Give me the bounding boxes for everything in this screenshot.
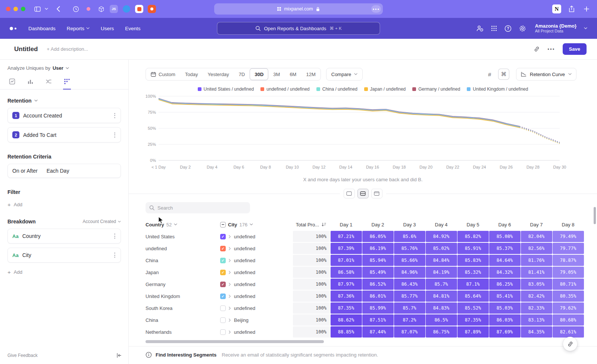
give-feedback-link[interactable]: Give Feedback [7, 353, 38, 358]
legend-item[interactable]: China / undefined [316, 87, 357, 92]
breakdown-context-dropdown[interactable]: Account Created [83, 219, 121, 224]
step-event-name[interactable]: Added To Cart [23, 132, 56, 138]
extension-clock-icon[interactable] [72, 5, 80, 13]
retention-cell[interactable]: 85.03% [489, 302, 521, 314]
row-checkbox[interactable]: ✓ [220, 282, 226, 287]
retention-cell[interactable]: 85.02% [426, 243, 457, 254]
column-header-day[interactable]: Day 7 [521, 222, 552, 228]
new-tab-icon[interactable] [582, 4, 591, 13]
retention-cell[interactable]: 85.7% [394, 302, 425, 314]
retention-cell[interactable]: 85.76% [394, 243, 425, 254]
segments-title[interactable]: Find Interesting Segments [156, 352, 216, 358]
retention-cell[interactable]: 85.91% [457, 243, 489, 254]
expand-row-icon[interactable] [229, 283, 231, 286]
project-switcher[interactable]: Amazonia {Demo} All Project Data [535, 23, 576, 34]
browser-sidebar-icon[interactable] [33, 4, 42, 13]
tab-insights[interactable] [8, 77, 16, 89]
retention-cell[interactable]: 85.52% [457, 302, 489, 314]
retention-cell[interactable]: 85.41% [489, 291, 521, 302]
view-split-button[interactable] [357, 189, 369, 198]
range-3m[interactable]: 3M [268, 68, 285, 80]
breakdown-options-icon[interactable] [113, 252, 116, 258]
step-card-1[interactable]: 1 Account Created [7, 108, 121, 123]
nav-reports[interactable]: Reports [67, 26, 90, 31]
range-today[interactable]: Today [180, 68, 203, 80]
breakdown-property-name[interactable]: Country [22, 233, 41, 239]
retention-cell[interactable]: 82.61% [553, 326, 584, 338]
retention-cell[interactable]: 87.35% [457, 314, 489, 326]
retention-cell[interactable]: 87.1% [457, 279, 489, 290]
row-checkbox[interactable]: ✓ [220, 258, 226, 263]
scrollbar-thumb[interactable] [146, 340, 324, 343]
legend-item[interactable]: undefined / undefined [260, 87, 309, 92]
retention-cell[interactable]: 87.97% [331, 279, 362, 290]
retention-cell[interactable]: 86.03% [489, 314, 521, 326]
retention-cell[interactable]: 84.83% [426, 302, 457, 314]
analyze-entity[interactable]: User [53, 65, 63, 71]
retention-cell[interactable]: 85.37% [489, 243, 521, 254]
step-options-icon[interactable] [113, 112, 116, 119]
criteria-each-day[interactable]: Each Day [47, 168, 69, 174]
expand-row-icon[interactable] [229, 259, 231, 262]
retention-cell[interactable]: 82.04% [521, 231, 552, 242]
address-bar[interactable]: mixpanel.com ●●● [214, 3, 383, 15]
mixpanel-logo[interactable] [10, 27, 16, 30]
horizontal-scrollbar[interactable] [146, 340, 578, 343]
breakdown-card-country[interactable]: Aa Country [7, 229, 121, 244]
page-actions-icon[interactable]: ●●● [371, 5, 381, 13]
breakdown-options-icon[interactable] [113, 233, 116, 239]
retention-cell[interactable]: 82.56% [521, 243, 552, 254]
column-header-day[interactable]: Day 3 [394, 222, 425, 228]
retention-cell[interactable]: 85.83% [457, 255, 489, 266]
retention-cell[interactable]: 84.35% [521, 326, 552, 338]
zoom-window-button[interactable] [21, 7, 25, 11]
retention-cell[interactable]: 79.05% [553, 267, 584, 278]
retention-cell[interactable]: 84.84% [426, 255, 457, 266]
breakdown-card-city[interactable]: Aa City [7, 248, 121, 263]
column-header-total[interactable]: Total Pro... [293, 222, 330, 228]
criteria-on-or-after[interactable]: On or After [12, 168, 38, 174]
retention-cell[interactable]: 83.05% [521, 279, 552, 290]
row-checkbox[interactable] [220, 305, 226, 311]
row-checkbox[interactable]: ✓ [220, 246, 226, 251]
row-checkbox[interactable] [220, 329, 226, 335]
retention-cell[interactable]: 85.64% [457, 291, 489, 302]
retention-cell[interactable]: 79.49% [553, 231, 584, 242]
range-6m[interactable]: 6M [285, 68, 301, 80]
view-chart-only-button[interactable] [344, 189, 355, 198]
add-breakdown-button[interactable]: + Add [7, 269, 121, 275]
retention-cell[interactable]: 87.21% [331, 231, 362, 242]
retention-cell[interactable]: 80.35% [553, 291, 584, 302]
notion-extension-icon[interactable]: N [552, 4, 561, 13]
retention-cell[interactable]: 86.25% [489, 279, 521, 290]
minimize-window-button[interactable] [13, 7, 18, 11]
retention-cell[interactable]: 84.96% [394, 267, 425, 278]
retention-cell[interactable]: 86.52% [362, 279, 394, 290]
retention-cell[interactable]: 81.41% [521, 267, 552, 278]
range-30d[interactable]: 30D [250, 68, 268, 80]
expand-row-icon[interactable] [229, 330, 231, 334]
chevron-down-icon[interactable] [42, 4, 51, 13]
breakdown-property-name[interactable]: City [22, 252, 31, 258]
retention-cell[interactable]: 88.62% [331, 314, 362, 326]
settings-gear-icon[interactable] [519, 25, 526, 32]
row-checkbox[interactable]: ✓ [220, 294, 226, 299]
retention-cell[interactable]: 84.81% [426, 291, 457, 302]
row-checkbox[interactable]: ✓ [220, 270, 226, 275]
retention-cell[interactable]: 87.89% [457, 326, 489, 338]
back-icon[interactable] [54, 4, 63, 13]
retention-cell[interactable]: 82.42% [521, 291, 552, 302]
analyze-uniques-row[interactable]: Analyze Uniques by User [7, 65, 121, 71]
row-checkbox[interactable]: ✓ [220, 234, 226, 239]
annotations-icon[interactable]: # [484, 69, 495, 80]
tab-funnels[interactable] [26, 77, 34, 89]
range-yesterday[interactable]: Yesterday [203, 68, 234, 80]
column-header-day[interactable]: Day 1 [330, 222, 362, 228]
extension-cube-icon[interactable] [97, 5, 105, 13]
users-activity-icon[interactable] [476, 25, 484, 32]
retention-cell[interactable]: 85.6% [394, 231, 425, 242]
step-event-name[interactable]: Account Created [23, 113, 62, 119]
retention-cell[interactable]: 86.58% [331, 267, 362, 278]
add-filter-button[interactable]: + Add [7, 202, 121, 207]
retention-cell[interactable]: 86.43% [394, 279, 425, 290]
